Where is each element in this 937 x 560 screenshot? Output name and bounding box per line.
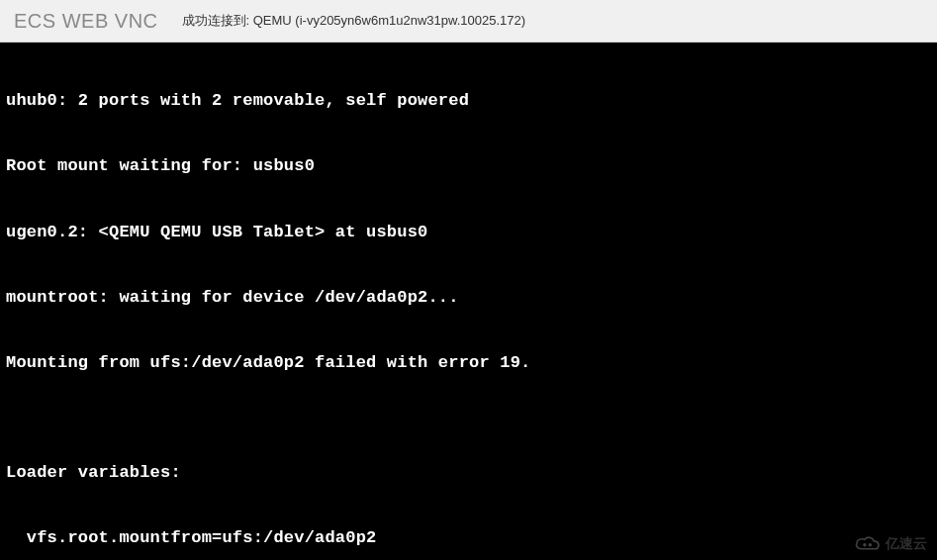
term-line: ugen0.2: <QEMU QEMU USB Tablet> at usbus… xyxy=(6,222,931,243)
term-line: Mounting from ufs:/dev/ada0p2 failed wit… xyxy=(6,352,931,374)
svg-point-0 xyxy=(863,543,866,546)
term-line: vfs.root.mountfrom=ufs:/dev/ada0p2 xyxy=(6,527,931,549)
term-line: mountroot: waiting for device /dev/ada0p… xyxy=(6,287,931,309)
term-line: Loader variables: xyxy=(6,462,931,484)
term-line: uhub0: 2 ports with 2 removable, self po… xyxy=(6,90,931,112)
connection-status: 成功连接到: QEMU (i-vy205yn6w6m1u2nw31pw.1002… xyxy=(182,12,526,30)
watermark: 亿速云 xyxy=(854,534,927,554)
terminal-screen[interactable]: uhub0: 2 ports with 2 removable, self po… xyxy=(0,43,937,560)
term-line: Root mount waiting for: usbus0 xyxy=(6,155,931,177)
app-title: ECS WEB VNC xyxy=(14,10,158,33)
svg-point-1 xyxy=(869,543,872,546)
cloud-icon xyxy=(854,534,882,554)
watermark-text: 亿速云 xyxy=(886,535,927,553)
titlebar: ECS WEB VNC 成功连接到: QEMU (i-vy205yn6w6m1u… xyxy=(0,0,937,43)
